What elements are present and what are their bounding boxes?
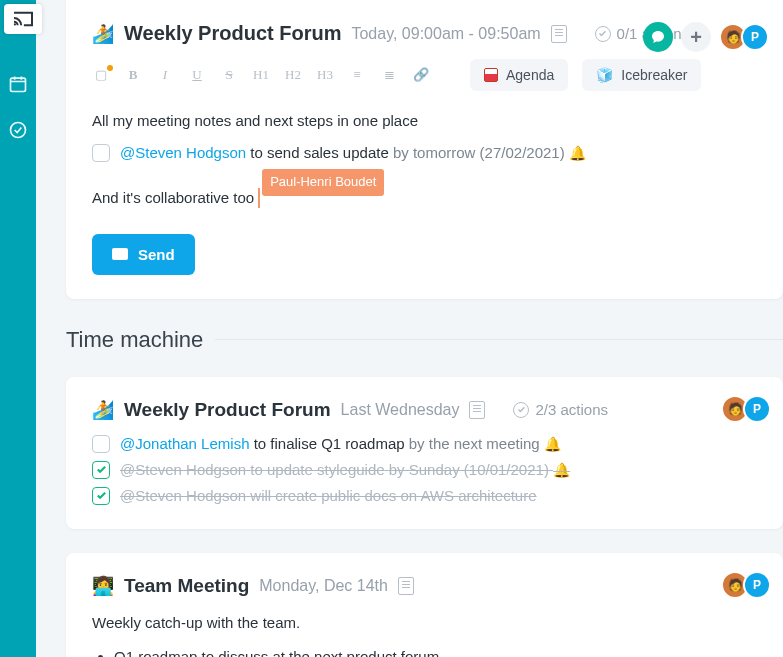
task-text: will create public docs on AWS architect… bbox=[250, 487, 536, 504]
meeting-emoji: 🏄 bbox=[92, 399, 114, 421]
avatar: P bbox=[743, 395, 771, 423]
mention[interactable]: @Steven Hodgson bbox=[120, 461, 246, 478]
task-checkbox[interactable] bbox=[92, 435, 110, 453]
task-checkbox[interactable] bbox=[92, 144, 110, 162]
summary-line: Weekly catch-up with the team. bbox=[92, 611, 757, 635]
link-button[interactable]: 🔗 bbox=[412, 67, 430, 83]
sidebar bbox=[0, 0, 36, 657]
send-button[interactable]: Send bbox=[92, 234, 195, 275]
cast-icon bbox=[12, 10, 34, 28]
svg-point-0 bbox=[14, 23, 16, 25]
add-button[interactable]: + bbox=[681, 22, 711, 52]
notes-icon[interactable] bbox=[469, 401, 485, 419]
avatar: P bbox=[743, 571, 771, 599]
agenda-label: Agenda bbox=[506, 67, 554, 83]
calendar-icon[interactable] bbox=[8, 74, 28, 94]
meeting-time: Last Wednesday bbox=[341, 401, 460, 419]
icebreaker-label: Icebreaker bbox=[621, 67, 687, 83]
task-due: by Sunday (10/01/2021) bbox=[389, 461, 549, 478]
check-circle-icon bbox=[595, 26, 611, 42]
h3-button[interactable]: H3 bbox=[316, 67, 334, 83]
send-label: Send bbox=[138, 246, 175, 263]
calendar-small-icon bbox=[484, 68, 498, 82]
agenda-chip[interactable]: Agenda bbox=[470, 59, 568, 91]
bullet-list: Q1 roadmap to discuss at the next produc… bbox=[114, 643, 757, 657]
svg-rect-1 bbox=[11, 78, 26, 91]
task-row: @Steven Hodgson to update styleguide by … bbox=[92, 461, 757, 479]
meeting-title: Team Meeting bbox=[124, 575, 249, 597]
meeting-header: 👩‍💻 Team Meeting Monday, Dec 14th bbox=[92, 575, 757, 597]
ice-icon: 🧊 bbox=[596, 67, 613, 83]
mention[interactable]: @Steven Hodgson bbox=[120, 487, 246, 504]
participants[interactable]: 🧑 P bbox=[719, 23, 769, 51]
mail-icon bbox=[112, 248, 128, 260]
meeting-emoji: 👩‍💻 bbox=[92, 575, 114, 597]
time-machine-header: Time machine bbox=[66, 327, 783, 353]
note-body[interactable]: All my meeting notes and next steps in o… bbox=[92, 109, 757, 212]
task-due: by tomorrow (27/02/2021) bbox=[393, 144, 565, 161]
chat-button[interactable] bbox=[643, 22, 673, 52]
cast-badge[interactable] bbox=[4, 4, 42, 34]
task-row: @Steven Hodgson to send sales update by … bbox=[92, 141, 757, 165]
divider bbox=[215, 339, 783, 340]
meeting-title: Weekly Product Forum bbox=[124, 399, 331, 421]
italic-button[interactable]: I bbox=[156, 67, 174, 83]
bullet-list-button[interactable]: ≡ bbox=[348, 67, 366, 83]
reminder-icon[interactable]: 🔔 bbox=[544, 436, 561, 452]
task-row: @Jonathan Lemish to finalise Q1 roadmap … bbox=[92, 435, 757, 453]
actions-counter[interactable]: 2/3 actions bbox=[513, 401, 608, 418]
remote-cursor-label: Paul-Henri Boudet bbox=[262, 169, 384, 196]
reminder-icon[interactable]: 🔔 bbox=[569, 145, 586, 161]
meeting-time: Today, 09:00am - 09:50am bbox=[351, 25, 540, 43]
section-title: Time machine bbox=[66, 327, 203, 353]
remote-cursor bbox=[258, 188, 260, 208]
task-text: to send sales update bbox=[250, 144, 388, 161]
reminder-icon[interactable]: 🔔 bbox=[553, 462, 570, 478]
collab-line: And it's collaborative too Paul-Henri Bo… bbox=[92, 185, 757, 212]
strike-button[interactable]: S bbox=[220, 67, 238, 83]
task-checkbox[interactable] bbox=[92, 461, 110, 479]
task-row: @Steven Hodgson will create public docs … bbox=[92, 487, 757, 505]
mention[interactable]: @Jonathan Lemish bbox=[120, 435, 249, 452]
task-text: to update styleguide bbox=[250, 461, 384, 478]
mention[interactable]: @Steven Hodgson bbox=[120, 144, 246, 161]
list-item: Q1 roadmap to discuss at the next produc… bbox=[114, 643, 757, 657]
meeting-time: Monday, Dec 14th bbox=[259, 577, 388, 595]
participants[interactable]: 🧑 P bbox=[721, 571, 771, 599]
participants[interactable]: 🧑 P bbox=[721, 395, 771, 423]
chat-icon bbox=[650, 29, 666, 45]
formatting-toolbar: ▢ B I U S H1 H2 H3 ≡ ≣ 🔗 Agenda 🧊 Icebre… bbox=[92, 59, 757, 91]
current-meeting-card: 🏄 Weekly Product Forum Today, 09:00am - … bbox=[66, 0, 783, 299]
check-circle-icon bbox=[513, 402, 529, 418]
bold-button[interactable]: B bbox=[124, 67, 142, 83]
past-meeting-card: 🏄 Weekly Product Forum Last Wednesday 2/… bbox=[66, 377, 783, 529]
note-intro-line: All my meeting notes and next steps in o… bbox=[92, 109, 757, 133]
h2-button[interactable]: H2 bbox=[284, 67, 302, 83]
avatar: P bbox=[741, 23, 769, 51]
notes-icon[interactable] bbox=[551, 25, 567, 43]
notes-icon[interactable] bbox=[398, 577, 414, 595]
task-due: by the next meeting bbox=[409, 435, 540, 452]
meeting-emoji: 🏄 bbox=[92, 23, 114, 45]
collab-text: And it's collaborative too bbox=[92, 186, 254, 210]
svg-point-2 bbox=[11, 123, 26, 138]
underline-button[interactable]: U bbox=[188, 67, 206, 83]
h1-button[interactable]: H1 bbox=[252, 67, 270, 83]
task-text: to finalise Q1 roadmap bbox=[254, 435, 405, 452]
icebreaker-chip[interactable]: 🧊 Icebreaker bbox=[582, 59, 701, 91]
main-content: 🏄 Weekly Product Forum Today, 09:00am - … bbox=[36, 0, 783, 657]
past-meeting-card: 👩‍💻 Team Meeting Monday, Dec 14th 🧑 P We… bbox=[66, 553, 783, 657]
note-icon[interactable]: ▢ bbox=[92, 67, 110, 83]
check-circle-icon[interactable] bbox=[8, 120, 28, 140]
note-body[interactable]: Weekly catch-up with the team. Q1 roadma… bbox=[92, 611, 757, 657]
task-checkbox[interactable] bbox=[92, 487, 110, 505]
header-actions: + 🧑 P bbox=[643, 22, 769, 52]
actions-count-label: 2/3 actions bbox=[535, 401, 608, 418]
numbered-list-button[interactable]: ≣ bbox=[380, 67, 398, 83]
meeting-title: Weekly Product Forum bbox=[124, 22, 341, 45]
meeting-header: 🏄 Weekly Product Forum Last Wednesday 2/… bbox=[92, 399, 757, 421]
